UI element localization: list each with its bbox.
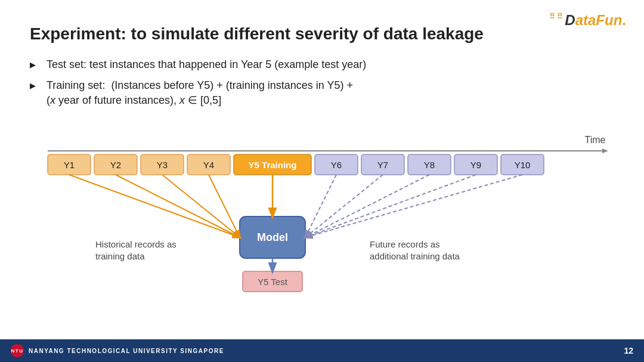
- page-number: 12: [624, 346, 633, 355]
- svg-text:additional training data: additional training data: [370, 251, 460, 261]
- diagram-svg: Time Y1 Y2 Y3 Y4 Y5 Training Y6 Y7: [30, 122, 614, 307]
- svg-text:Y2: Y2: [110, 160, 121, 170]
- svg-line-30: [116, 175, 240, 237]
- svg-text:Y5 Training: Y5 Training: [249, 160, 297, 170]
- svg-text:Y5 Test: Y5 Test: [258, 277, 288, 287]
- ntu-emblem: NTU: [11, 344, 24, 357]
- bullet-list: Test set: test instances that happened i…: [30, 57, 614, 109]
- svg-text:Y6: Y6: [331, 160, 342, 170]
- datafun-logo: ⠿⠿DataFun.: [549, 11, 626, 29]
- svg-text:Y1: Y1: [64, 160, 75, 170]
- svg-text:Y7: Y7: [377, 160, 388, 170]
- ntu-branding: NTU NANYANG TECHNOLOGICAL UNIVERSITY SIN…: [11, 344, 224, 357]
- svg-text:Y9: Y9: [470, 160, 481, 170]
- svg-text:training data: training data: [95, 251, 145, 261]
- svg-text:Historical records as: Historical records as: [95, 239, 177, 249]
- svg-text:Time: Time: [585, 135, 606, 145]
- svg-marker-1: [602, 148, 608, 153]
- university-name: NANYANG TECHNOLOGICAL UNIVERSITY SINGAPO…: [29, 348, 224, 354]
- svg-line-29: [69, 175, 240, 237]
- svg-line-34: [305, 175, 383, 237]
- svg-text:Model: Model: [257, 231, 288, 243]
- svg-line-31: [162, 175, 240, 237]
- svg-text:Y10: Y10: [515, 160, 531, 170]
- diagram-area: Time Y1 Y2 Y3 Y4 Y5 Training Y6 Y7: [30, 122, 614, 307]
- footer-bar: NTU NANYANG TECHNOLOGICAL UNIVERSITY SIN…: [0, 339, 644, 362]
- slide-title: Experiment: to simulate different severi…: [30, 24, 614, 44]
- svg-text:Y8: Y8: [424, 160, 435, 170]
- svg-text:Future records as: Future records as: [370, 239, 440, 249]
- svg-line-33: [305, 175, 336, 237]
- bullet-item-2: Training set: (Instances before Y5) + (t…: [30, 78, 614, 108]
- svg-line-37: [305, 175, 522, 237]
- slide-content: ⠿⠿DataFun. Experiment: to simulate diffe…: [0, 0, 644, 319]
- svg-text:Y3: Y3: [157, 160, 168, 170]
- bullet-item-1: Test set: test instances that happened i…: [30, 57, 614, 72]
- svg-line-35: [305, 175, 429, 237]
- svg-text:Y4: Y4: [203, 160, 214, 170]
- svg-line-36: [305, 175, 476, 237]
